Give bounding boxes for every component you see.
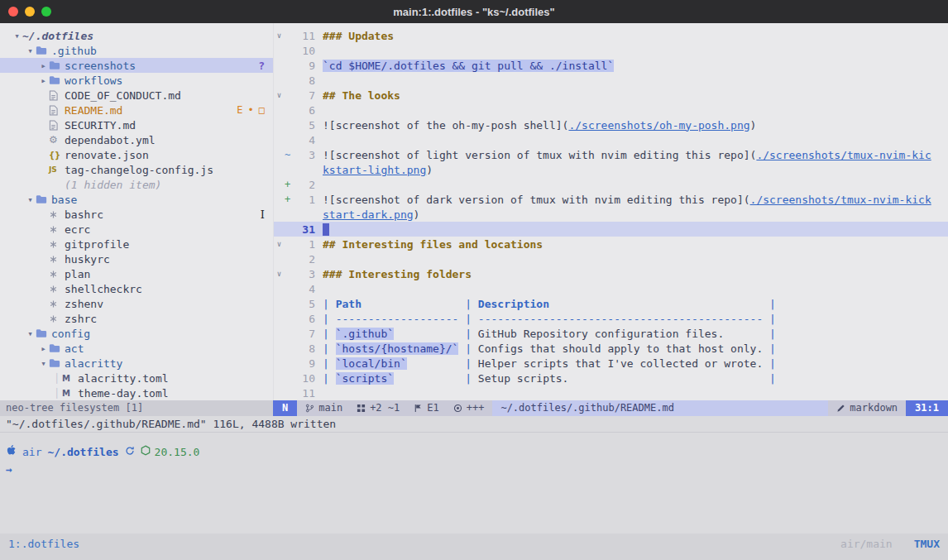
tree-item-config[interactable]: ▾config <box>0 326 273 341</box>
line-number: 8 <box>294 74 315 87</box>
tree-item-label: bashrc <box>65 208 103 221</box>
editor-panel[interactable]: ∨11### Updates109`cd $HOME/.dotfiles && … <box>273 23 948 400</box>
tree-item-alacritty[interactable]: ▾alacritty <box>0 356 273 371</box>
editor-line-7[interactable]: 7| `.github` | GitHub Repository configu… <box>274 326 948 341</box>
editor-line-31[interactable]: 31 <box>274 222 948 237</box>
editor-lines: ∨11### Updates109`cd $HOME/.dotfiles && … <box>274 28 948 400</box>
tree-item-label: alacritty <box>65 357 122 370</box>
editor-line-wrap[interactable]: start-dark.png) <box>274 207 948 222</box>
tree-item-screenshots[interactable]: ▸screenshots? <box>0 58 273 73</box>
gear-icon: ⚙ <box>49 134 65 146</box>
tree-item-readme-md[interactable]: README.mdE•□ <box>0 103 273 117</box>
chevron-right-icon[interactable]: ▸ <box>38 60 49 71</box>
line-text: kstart-light.png) <box>323 164 948 176</box>
close-button[interactable] <box>8 7 18 17</box>
editor-line-2[interactable]: 2 <box>274 251 948 266</box>
tree-item-label: ~/.dotfiles <box>22 30 93 42</box>
toml-icon: M <box>62 389 78 398</box>
file-status-badge: E <box>237 104 242 116</box>
tree-item-zshrc[interactable]: zshrc <box>0 311 273 326</box>
editor-line-6[interactable]: 6 <box>274 103 948 117</box>
fold-open-icon[interactable]: ∨ <box>274 270 285 278</box>
fold-open-icon[interactable]: ∨ <box>274 31 285 40</box>
gitsign-changed: ~ <box>285 149 294 160</box>
shell-input-line[interactable]: → <box>6 462 948 476</box>
editor-line-9[interactable]: 9`cd $HOME/.dotfiles && git pull && ./in… <box>274 58 948 73</box>
chevron-right-icon[interactable]: ▸ <box>38 343 49 354</box>
tree-item-badges: E•□ <box>237 104 273 116</box>
tree-item-act[interactable]: ▸act <box>0 341 273 356</box>
changes-icon <box>453 404 462 413</box>
editor-line-4[interactable]: 4 <box>274 132 948 147</box>
editor-line-5[interactable]: 5| Path | Description | <box>274 296 948 311</box>
zoom-button[interactable] <box>41 7 51 17</box>
tmux-window-name[interactable]: 1:.dotfiles <box>8 537 79 552</box>
editor-line-10[interactable]: 10 <box>274 43 948 58</box>
tree-item-renovate-json[interactable]: {}renovate.json <box>0 147 273 162</box>
tree-item-alacritty-toml[interactable]: │Malacritty.toml <box>0 371 273 385</box>
toml-icon: M <box>62 374 78 383</box>
shell-pane[interactable]: air ~/.dotfiles 20.15.0 → <box>0 432 948 534</box>
chevron-down-icon[interactable]: ▾ <box>25 328 36 339</box>
chevron-down-icon[interactable]: ▾ <box>12 31 22 41</box>
chevron-down-icon[interactable]: ▾ <box>38 358 49 369</box>
line-text: ## Interesting files and locations <box>323 238 948 251</box>
editor-line-1[interactable]: +1![screenshot of dark version of tmux w… <box>274 192 948 207</box>
tree-item-tag-changelog-config-js[interactable]: JStag-changelog-config.js <box>0 162 273 177</box>
shellscript-icon <box>49 240 65 249</box>
tree-item-badges: I <box>261 208 273 221</box>
minimize-button[interactable] <box>25 7 35 17</box>
tree-item-code-of-conduct-md[interactable]: CODE_OF_CONDUCT.md <box>0 88 273 103</box>
editor-line-8[interactable]: 8| `hosts/{hostname}/` | Configs that sh… <box>274 341 948 356</box>
line-number: 4 <box>294 134 315 146</box>
editor-line-10[interactable]: 10| `scripts` | Setup scripts. | <box>274 371 948 385</box>
tree-item-gitprofile[interactable]: gitprofile <box>0 237 273 251</box>
tree-item-zshenv[interactable]: zshenv <box>0 296 273 311</box>
diagnostics-flag-icon <box>414 404 423 413</box>
editor-line-3[interactable]: ~3![screenshot of light version of tmux … <box>274 147 948 162</box>
editor-line-5[interactable]: 5![screenshot of the oh-my-posh shell](.… <box>274 117 948 132</box>
tree-item-workflows[interactable]: ▸workflows <box>0 73 273 88</box>
editor-line-4[interactable]: 4 <box>274 281 948 296</box>
editor-line-11[interactable]: 11 <box>274 385 948 400</box>
fold-open-icon[interactable]: ∨ <box>274 240 285 248</box>
line-number: 6 <box>294 104 315 117</box>
line-text: | `hosts/{hostname}/` | Configs that sho… <box>323 342 948 355</box>
tree-item-huskyrc[interactable]: huskyrc <box>0 251 273 266</box>
tree-item-bashrc[interactable]: bashrcI <box>0 207 273 222</box>
tree-item-dotfiles[interactable]: ▾~/.dotfiles <box>0 28 273 43</box>
line-text: ![screenshot of light version of tmux wi… <box>323 149 948 161</box>
editor-line-11[interactable]: ∨11### Updates <box>274 28 948 43</box>
editor-line-7[interactable]: ∨7## The looks <box>274 88 948 103</box>
line-text: | `local/bin` | Helper scripts that I've… <box>323 357 948 370</box>
shellscript-icon <box>49 270 65 279</box>
line-number: 10 <box>294 372 315 385</box>
tree-item-ecrc[interactable]: ecrc <box>0 222 273 237</box>
line-number: 9 <box>294 60 315 72</box>
editor-line-8[interactable]: 8 <box>274 73 948 88</box>
editor-line-9[interactable]: 9| `local/bin` | Helper scripts that I'v… <box>274 356 948 371</box>
line-number: 11 <box>294 30 315 42</box>
chevron-down-icon[interactable]: ▾ <box>25 45 36 56</box>
editor-line-wrap[interactable]: kstart-light.png) <box>274 162 948 177</box>
chevron-right-icon[interactable]: ▸ <box>38 75 49 86</box>
line-text: ![screenshot of the oh-my-posh shell](./… <box>323 119 948 132</box>
chevron-down-icon[interactable]: ▾ <box>25 194 36 205</box>
tree-item-plan[interactable]: plan <box>0 266 273 281</box>
tree-item-github[interactable]: ▾.github <box>0 43 273 58</box>
tree-item-shellcheckrc[interactable]: shellcheckrc <box>0 281 273 296</box>
tree-item-base[interactable]: ▾base <box>0 192 273 207</box>
tree-item-theme-day-toml[interactable]: │Mtheme-day.toml <box>0 385 273 400</box>
editor-line-3[interactable]: ∨3### Interesting folders <box>274 266 948 281</box>
tree-item-label: config <box>51 328 90 340</box>
editor-line-1[interactable]: ∨1## Interesting files and locations <box>274 237 948 251</box>
editor-line-6[interactable]: 6| ------------------- | ---------------… <box>274 311 948 326</box>
tree-item-1-hidden-item[interactable]: (1 hidden item) <box>0 177 273 192</box>
tree-item-security-md[interactable]: SECURITY.md <box>0 117 273 132</box>
tree-item-label: plan <box>65 268 90 280</box>
line-number: 11 <box>294 387 315 400</box>
fold-open-icon[interactable]: ∨ <box>274 91 285 99</box>
editor-line-2[interactable]: +2 <box>274 177 948 192</box>
tree-item-dependabot-yml[interactable]: ⚙dependabot.yml <box>0 132 273 147</box>
shellscript-icon <box>49 255 65 264</box>
